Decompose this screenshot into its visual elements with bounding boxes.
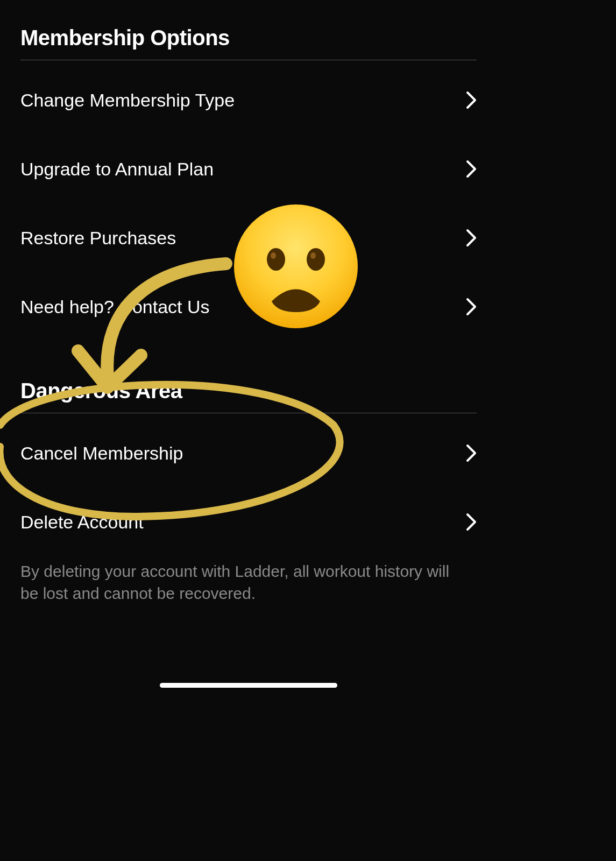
section-divider bbox=[20, 60, 477, 60]
row-label: Cancel Membership bbox=[20, 443, 183, 464]
row-label: Restore Purchases bbox=[20, 228, 176, 249]
home-indicator[interactable] bbox=[160, 683, 337, 688]
row-label: Delete Account bbox=[20, 512, 144, 533]
chevron-right-icon bbox=[466, 229, 477, 247]
cancel-membership-row[interactable]: Cancel Membership bbox=[20, 419, 477, 488]
row-label: Change Membership Type bbox=[20, 90, 235, 111]
restore-purchases-row[interactable]: Restore Purchases bbox=[20, 203, 477, 272]
membership-section: Membership Options Change Membership Typ… bbox=[20, 26, 477, 341]
row-label: Upgrade to Annual Plan bbox=[20, 159, 214, 180]
contact-us-row[interactable]: Need help? Contact Us bbox=[20, 272, 477, 341]
membership-options-title: Membership Options bbox=[20, 26, 477, 50]
delete-account-footnote: By deleting your account with Ladder, al… bbox=[20, 561, 477, 604]
chevron-right-icon bbox=[466, 513, 477, 531]
upgrade-annual-plan-row[interactable]: Upgrade to Annual Plan bbox=[20, 135, 477, 203]
chevron-right-icon bbox=[466, 91, 477, 109]
change-membership-type-row[interactable]: Change Membership Type bbox=[20, 66, 477, 135]
chevron-right-icon bbox=[466, 160, 477, 178]
section-divider bbox=[20, 413, 477, 413]
delete-account-row[interactable]: Delete Account bbox=[20, 488, 477, 556]
chevron-right-icon bbox=[466, 444, 477, 462]
chevron-right-icon bbox=[466, 298, 477, 316]
dangerous-area-section: Dangerous Area Cancel Membership Delete … bbox=[20, 379, 477, 604]
row-label: Need help? Contact Us bbox=[20, 297, 210, 317]
dangerous-area-title: Dangerous Area bbox=[20, 379, 477, 403]
